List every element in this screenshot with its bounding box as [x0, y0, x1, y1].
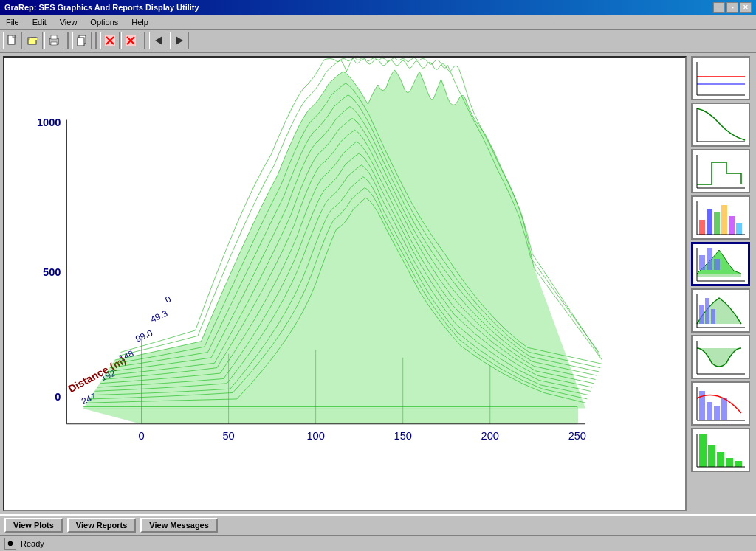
- menu-help[interactable]: Help: [128, 17, 151, 27]
- svg-rect-69: [705, 298, 709, 324]
- svg-text:1000: 1000: [37, 117, 61, 128]
- thumbnail-6[interactable]: [691, 288, 750, 333]
- svg-rect-54: [707, 209, 712, 235]
- menu-options[interactable]: Options: [87, 17, 121, 27]
- thumbnail-2[interactable]: [691, 103, 750, 147]
- svg-rect-87: [726, 458, 733, 467]
- menu-view[interactable]: View: [57, 17, 80, 27]
- maximize-button[interactable]: ▪: [726, 2, 738, 13]
- menu-bar: File Edit View Options Help: [0, 15, 756, 30]
- svg-marker-14: [155, 36, 162, 45]
- prev-button[interactable]: [149, 32, 168, 49]
- svg-rect-80: [721, 398, 727, 420]
- svg-text:0: 0: [55, 391, 61, 402]
- svg-rect-78: [707, 402, 712, 420]
- minimize-button[interactable]: _: [713, 2, 725, 13]
- menu-file[interactable]: File: [3, 17, 22, 27]
- svg-text:500: 500: [43, 266, 61, 277]
- close-button[interactable]: ✕: [740, 2, 752, 13]
- thumbnail-9[interactable]: [691, 428, 750, 472]
- svg-text:150: 150: [394, 430, 412, 441]
- status-icon: ⏺: [4, 538, 16, 550]
- main-content: SINGLE-ELECTRODE/SCALAR POTENTIALS [ID:s…: [0, 53, 756, 514]
- svg-rect-4: [51, 35, 57, 39]
- svg-marker-15: [176, 36, 183, 45]
- print-button[interactable]: [44, 32, 63, 49]
- thumbnail-8[interactable]: [691, 381, 750, 426]
- svg-rect-70: [711, 309, 715, 324]
- svg-rect-57: [729, 216, 735, 235]
- sep2: [95, 32, 97, 49]
- copy-button[interactable]: [72, 32, 92, 49]
- view-reports-button[interactable]: View Reports: [67, 518, 137, 533]
- svg-rect-56: [721, 205, 727, 235]
- svg-marker-1: [13, 35, 15, 38]
- svg-rect-58: [736, 223, 742, 235]
- svg-rect-41: [693, 58, 748, 98]
- sep3: [144, 32, 145, 49]
- delete2-button[interactable]: [121, 32, 140, 49]
- svg-rect-53: [699, 220, 705, 235]
- open-button[interactable]: [24, 32, 43, 49]
- svg-rect-64: [714, 259, 720, 270]
- svg-rect-85: [708, 445, 715, 467]
- svg-text:200: 200: [481, 430, 499, 441]
- svg-rect-79: [714, 406, 720, 420]
- thumbnail-panel: [690, 53, 756, 514]
- svg-text:100: 100: [306, 430, 324, 441]
- bottom-bar: View Plots View Reports View Messages: [0, 514, 756, 535]
- thumbnail-5[interactable]: [691, 242, 750, 286]
- svg-rect-63: [707, 248, 712, 270]
- svg-text:50: 50: [222, 430, 234, 441]
- toolbar: [0, 30, 756, 53]
- svg-rect-7: [78, 38, 84, 46]
- status-bar: ⏺ Ready: [0, 535, 756, 551]
- svg-text:250: 250: [568, 430, 586, 441]
- chart-svg: 1000 500 0 0 50 100 150 200 250 247 192 …: [4, 58, 685, 510]
- svg-rect-88: [735, 461, 742, 467]
- svg-rect-84: [699, 434, 707, 467]
- thumbnail-4[interactable]: [691, 195, 750, 240]
- sep1: [67, 32, 69, 49]
- window-title: GraRep: SES Graphics And Reports Display…: [4, 3, 199, 12]
- thumbnail-7[interactable]: [691, 335, 750, 379]
- svg-rect-86: [717, 452, 724, 467]
- view-messages-button[interactable]: View Messages: [140, 518, 218, 533]
- svg-rect-5: [51, 42, 57, 45]
- thumbnail-3[interactable]: [691, 149, 750, 193]
- chart-area: SINGLE-ELECTRODE/SCALAR POTENTIALS [ID:s…: [3, 56, 687, 511]
- svg-text:0: 0: [138, 430, 144, 441]
- svg-rect-49: [693, 151, 748, 191]
- delete1-button[interactable]: [100, 32, 120, 49]
- title-bar-controls: _ ▪ ✕: [713, 2, 752, 13]
- svg-rect-55: [714, 212, 720, 235]
- thumbnail-1[interactable]: [691, 56, 750, 100]
- title-bar: GraRep: SES Graphics And Reports Display…: [0, 0, 756, 15]
- menu-edit[interactable]: Edit: [30, 17, 49, 27]
- status-text: Ready: [21, 539, 44, 548]
- svg-rect-62: [699, 255, 705, 270]
- next-button[interactable]: [170, 32, 189, 49]
- svg-rect-68: [699, 305, 704, 324]
- view-plots-button[interactable]: View Plots: [4, 518, 63, 533]
- new-button[interactable]: [3, 32, 22, 49]
